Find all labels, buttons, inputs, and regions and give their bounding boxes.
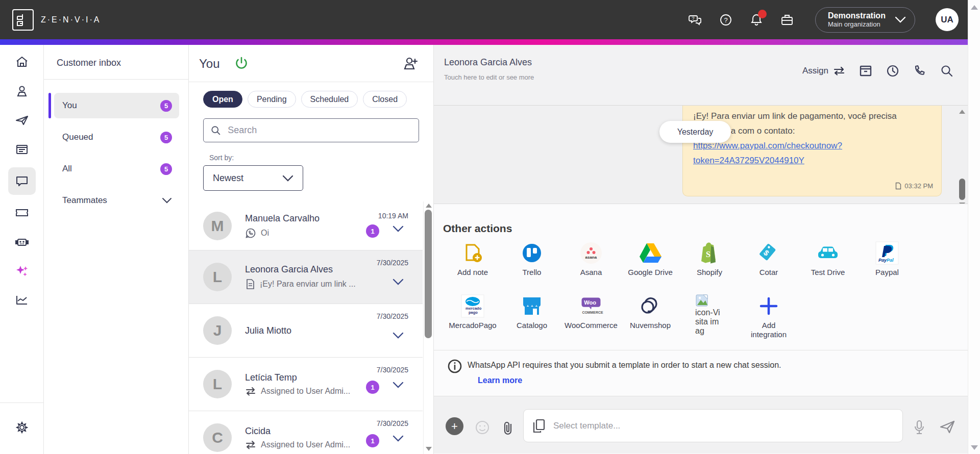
- action-google-drive[interactable]: Google Drive: [621, 241, 680, 294]
- organization-switcher[interactable]: Demonstration Main organization: [815, 7, 915, 33]
- search-conversation-button[interactable]: [940, 64, 953, 78]
- nav-analytics[interactable]: [10, 289, 34, 311]
- user-avatar[interactable]: UA: [936, 8, 959, 31]
- count-badge: 5: [160, 132, 172, 143]
- expand-chevron-icon[interactable]: [393, 435, 404, 442]
- nav-chatbot[interactable]: [10, 231, 34, 253]
- payment-link[interactable]: https://www.paypal.com/checkoutnow? toke…: [693, 141, 842, 165]
- history-button[interactable]: [886, 64, 899, 78]
- conversation-time: 7/30/2025: [377, 259, 408, 267]
- conversation-row-selected[interactable]: L Leonora Garcia Alves ¡Ey! Para enviar …: [189, 250, 423, 304]
- message-scrollbar[interactable]: [959, 106, 966, 204]
- broken-image-icon: [695, 294, 708, 307]
- action-nuvemshop[interactable]: Nuvemshop: [621, 294, 680, 347]
- ticket-icon: [15, 206, 29, 220]
- sort-select[interactable]: Newest: [203, 165, 303, 191]
- expand-chevron-icon[interactable]: [393, 332, 404, 339]
- conversation-row[interactable]: L Letícia Temp Assigned to User Admi... …: [189, 357, 423, 411]
- nav-campaigns[interactable]: [10, 109, 34, 132]
- nav-ai[interactable]: [10, 260, 34, 282]
- conversation-row[interactable]: J Julia Miotto 7/30/2025: [189, 304, 423, 357]
- conversation-row[interactable]: C Cicida Assigned to User Admi... 7/30/2…: [189, 411, 423, 454]
- notice-text: WhatsApp API requires that you submit a …: [468, 361, 781, 370]
- news-icon: [15, 142, 29, 157]
- archive-button[interactable]: [859, 64, 872, 78]
- emoji-button[interactable]: [475, 420, 490, 437]
- nav-tickets[interactable]: [10, 201, 34, 224]
- conversation-time: 10:19 AM: [378, 212, 408, 220]
- conversation-row[interactable]: M Manuela Carvalho Oi 10:19 AM 1: [189, 201, 423, 250]
- expand-chevron-icon[interactable]: [393, 382, 404, 388]
- action-trello[interactable]: Trello: [502, 241, 561, 294]
- tab-scheduled[interactable]: Scheduled: [301, 91, 358, 108]
- apps-briefcase-icon[interactable]: [780, 13, 794, 27]
- tab-closed[interactable]: Closed: [363, 91, 407, 108]
- scroll-up-arrow[interactable]: [971, 5, 978, 10]
- scroll-down-arrow[interactable]: [971, 445, 978, 450]
- nav-customer-inbox[interactable]: [8, 167, 36, 195]
- notifications-bell-icon[interactable]: [750, 13, 763, 27]
- inbox-filter-queued[interactable]: Queued 5: [54, 124, 179, 150]
- smiley-icon: [475, 420, 490, 435]
- chevron-down-icon: [282, 175, 293, 182]
- action-cotar[interactable]: $ Cotar: [739, 241, 798, 294]
- action-woocommerce[interactable]: WooCOMMERCE WooCommerce: [561, 294, 621, 347]
- chat-contact-subtitle[interactable]: Touch here to edit or see more: [444, 73, 534, 81]
- nav-news[interactable]: [10, 138, 34, 161]
- scroll-down-arrow[interactable]: [426, 447, 432, 451]
- template-input-box[interactable]: [523, 409, 903, 442]
- action-add-note[interactable]: Add note: [443, 241, 502, 294]
- add-attachment-button[interactable]: +: [446, 417, 463, 435]
- nav-contacts[interactable]: [10, 80, 34, 103]
- conversation-search[interactable]: [203, 118, 419, 142]
- nav-home[interactable]: [10, 51, 34, 73]
- availability-power-icon[interactable]: [233, 56, 250, 72]
- assign-button[interactable]: Assign: [802, 66, 845, 76]
- nav-settings[interactable]: [10, 416, 34, 439]
- inbox-filter-teammates[interactable]: Teammates: [54, 188, 179, 213]
- scrollbar-thumb[interactable]: [425, 210, 432, 338]
- scroll-up-arrow[interactable]: [426, 204, 432, 208]
- inbox-filter-all[interactable]: All 5: [54, 156, 179, 182]
- send-button[interactable]: [939, 420, 955, 436]
- svg-text:COMMERCE: COMMERCE: [582, 311, 603, 314]
- tab-pending[interactable]: Pending: [248, 91, 296, 108]
- unread-badge: 1: [366, 434, 379, 447]
- page-scrollbar[interactable]: [968, 0, 980, 454]
- inbox-filter-you[interactable]: You 5: [54, 93, 179, 118]
- expand-chevron-icon[interactable]: [393, 279, 404, 285]
- action-shopify[interactable]: S Shopify: [680, 241, 739, 294]
- template-icon: [532, 418, 546, 434]
- action-catalogo[interactable]: Catalogo: [502, 294, 561, 347]
- zenvia-logo-icon[interactable]: [12, 9, 34, 31]
- note-status-icon: [895, 182, 901, 190]
- action-mercadopago[interactable]: mercadopago MercadoPago: [443, 294, 502, 347]
- learn-more-link[interactable]: Learn more: [478, 376, 522, 385]
- message-area[interactable]: ¡Ey! Para enviar um link de pagamento, v…: [434, 106, 968, 204]
- action-paypal[interactable]: PayPal Paypal: [857, 241, 917, 294]
- attach-file-button[interactable]: [501, 420, 514, 438]
- sparkles-icon: [15, 264, 29, 278]
- help-icon[interactable]: ?: [719, 13, 732, 27]
- shopify-icon: S: [699, 242, 720, 264]
- archive-icon: [859, 64, 872, 78]
- template-select-input[interactable]: [553, 421, 894, 431]
- add-person-icon[interactable]: [402, 55, 419, 72]
- expand-chevron-icon[interactable]: [393, 225, 404, 232]
- chevron-down-icon: [162, 197, 172, 204]
- action-visita-broken-image[interactable]: icon-Visita imag: [680, 294, 739, 347]
- tab-open[interactable]: Open: [203, 91, 242, 108]
- list-title: You: [199, 57, 220, 71]
- search-input[interactable]: [228, 125, 411, 136]
- scroll-up-arrow[interactable]: [959, 110, 965, 114]
- action-test-drive[interactable]: Test Drive: [798, 241, 857, 294]
- robot-icon: [15, 235, 29, 249]
- action-add-integration[interactable]: Add integration: [739, 294, 798, 347]
- call-button[interactable]: [913, 64, 926, 78]
- scrollbar-thumb[interactable]: [959, 179, 965, 200]
- list-scrollbar[interactable]: [423, 201, 433, 454]
- other-actions-title: Other actions: [443, 222, 512, 235]
- microphone-button[interactable]: [913, 420, 926, 438]
- action-asana[interactable]: asana Asana: [561, 241, 621, 294]
- support-chat-icon[interactable]: ?: [689, 13, 702, 27]
